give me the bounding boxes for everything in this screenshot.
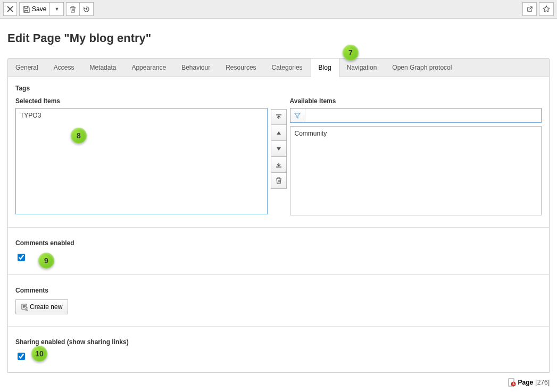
page-icon: [508, 378, 516, 387]
tab-open-graph-protocol[interactable]: Open Graph protocol: [385, 59, 460, 77]
tab-access[interactable]: Access: [46, 59, 82, 77]
available-items-listbox[interactable]: Community: [290, 126, 542, 215]
save-dropdown-toggle[interactable]: ▼: [50, 2, 64, 16]
divider: [8, 326, 549, 327]
list-controls: [271, 109, 287, 215]
page-title: Edit Page "My blog entry": [7, 31, 550, 45]
close-icon: [7, 6, 13, 12]
history-icon: [83, 6, 90, 13]
delete-button[interactable]: [66, 2, 80, 16]
tab-blog[interactable]: Blog: [311, 59, 339, 77]
footer-page-id: [276]: [535, 379, 550, 386]
triangle-up-icon: [276, 130, 281, 136]
selected-items-label: Selected Items: [15, 97, 268, 105]
add-record-icon: [21, 304, 28, 311]
selected-column: Selected Items TYPO3: [15, 97, 268, 215]
trash-icon: [276, 177, 282, 184]
tab-general[interactable]: General: [8, 59, 46, 77]
available-items-label: Available Items: [290, 97, 542, 105]
divider: [8, 227, 549, 228]
tab-navigation[interactable]: Navigation: [339, 59, 385, 77]
move-top-button[interactable]: [271, 109, 287, 125]
external-link-icon: [526, 6, 533, 13]
move-bottom-button[interactable]: [271, 157, 287, 173]
move-down-button[interactable]: [271, 141, 287, 157]
triangle-down-icon: [276, 146, 281, 152]
toolbar-left: Save ▼: [3, 2, 94, 16]
history-button[interactable]: [80, 2, 94, 16]
move-top-icon: [276, 114, 282, 120]
content-area: Edit Page "My blog entry" GeneralAccessM…: [0, 19, 557, 380]
tab-behaviour[interactable]: Behaviour: [174, 59, 218, 77]
tab-bar: GeneralAccessMetadataAppearanceBehaviour…: [7, 58, 550, 77]
save-button[interactable]: Save: [19, 2, 50, 16]
move-bottom-icon: [276, 162, 282, 168]
save-button-group: Save ▼: [19, 2, 64, 16]
comments-section: Comments Create new: [15, 287, 542, 314]
tags-dual-list: Selected Items TYPO3: [15, 97, 542, 215]
filter-row: [290, 108, 542, 123]
open-new-window-button[interactable]: [522, 2, 537, 16]
tags-heading: Tags: [15, 85, 542, 92]
action-group: [66, 2, 94, 16]
create-new-comment-button[interactable]: Create new: [15, 299, 68, 314]
tab-panel-blog: Tags Selected Items TYPO3: [7, 77, 550, 373]
footer-page-label: Page: [518, 379, 534, 386]
move-up-button[interactable]: [271, 125, 287, 141]
sharing-enabled-checkbox[interactable]: [18, 353, 25, 360]
top-toolbar: Save ▼: [0, 0, 557, 19]
filter-input[interactable]: [305, 109, 542, 122]
save-label: Save: [32, 5, 46, 13]
list-item[interactable]: TYPO3: [20, 111, 263, 120]
save-icon: [23, 6, 30, 13]
sharing-enabled-label: Sharing enabled (show sharing links): [15, 338, 542, 346]
comments-enabled-checkbox[interactable]: [18, 254, 25, 261]
selected-items-listbox[interactable]: TYPO3: [15, 108, 268, 214]
remove-item-button[interactable]: [271, 173, 287, 189]
tags-section: Tags Selected Items TYPO3: [15, 85, 542, 215]
sharing-enabled-row: [15, 351, 542, 362]
comments-enabled-row: [15, 252, 542, 263]
comments-enabled-label: Comments enabled: [15, 239, 542, 247]
close-button[interactable]: [3, 2, 17, 16]
filter-icon: [294, 112, 301, 119]
list-item[interactable]: Community: [295, 129, 537, 138]
divider: [8, 274, 549, 275]
toolbar-right: [522, 2, 554, 16]
tab-categories[interactable]: Categories: [264, 59, 311, 77]
trash-icon: [70, 6, 76, 13]
create-new-label: Create new: [30, 303, 62, 311]
sharing-enabled-section: Sharing enabled (show sharing links): [15, 338, 542, 362]
tab-metadata[interactable]: Metadata: [82, 59, 124, 77]
available-column: Available Items Community: [290, 97, 542, 215]
star-icon: [543, 5, 550, 13]
page-footer: Page [276]: [508, 378, 550, 387]
tab-appearance[interactable]: Appearance: [124, 59, 174, 77]
comments-label: Comments: [15, 287, 542, 294]
filter-icon-box: [290, 109, 305, 122]
bookmark-button[interactable]: [539, 2, 554, 16]
tab-resources[interactable]: Resources: [218, 59, 264, 77]
comments-enabled-section: Comments enabled: [15, 239, 542, 263]
